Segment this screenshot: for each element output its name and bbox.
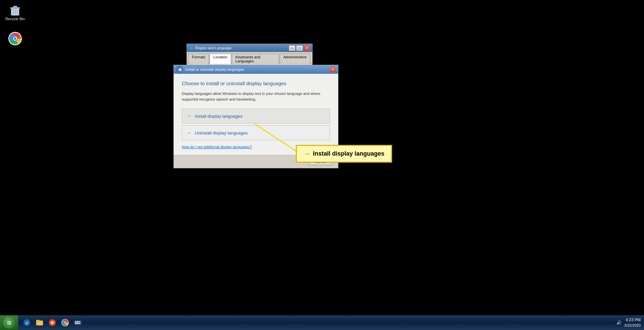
- start-orb: ⊞: [3, 317, 15, 329]
- ie-icon[interactable]: e: [21, 317, 33, 329]
- clock-date: 3/22/2020: [624, 323, 641, 328]
- taskbar-chrome-icon[interactable]: [59, 317, 71, 329]
- uninstall-arrow-icon: →: [186, 130, 192, 136]
- svg-rect-27: [75, 323, 80, 324]
- help-link[interactable]: How do I get additional display language…: [182, 145, 252, 149]
- svg-rect-25: [77, 321, 78, 322]
- install-languages-option[interactable]: → Install display languages: [182, 109, 330, 123]
- callout-text: Install display languages: [313, 150, 384, 157]
- volume-icon[interactable]: 🔊: [616, 320, 622, 325]
- recycle-bin-label: Recycle Bin: [5, 17, 25, 21]
- desktop: Recycle Bin Google Chrome 🌐 Region and L…: [0, 0, 644, 315]
- taskbar-icons: e: [19, 317, 85, 329]
- install-dialog-title: Install or uninstall display languages: [185, 67, 244, 71]
- region-dialog-tabs: Formats Location Keyboards and Languages…: [187, 52, 312, 64]
- install-dialog-body: Choose to install or uninstall display l…: [174, 74, 338, 155]
- file-explorer-icon[interactable]: [34, 317, 46, 329]
- close-button[interactable]: ✕: [304, 45, 310, 51]
- install-arrow-icon: →: [186, 113, 192, 119]
- tab-location[interactable]: Location: [210, 54, 231, 64]
- install-dialog-titlebar: ◀ Install or uninstall display languages…: [174, 65, 338, 74]
- install-dialog-controls: ✕: [329, 67, 336, 72]
- svg-rect-26: [78, 321, 79, 322]
- svg-rect-16: [36, 320, 40, 321]
- install-dialog-description: Display languages allow Windows to displ…: [182, 91, 330, 102]
- region-dialog-controls: ─ □ ✕: [289, 45, 310, 51]
- recycle-bin-icon[interactable]: Recycle Bin: [3, 3, 27, 21]
- svg-point-9: [14, 37, 16, 40]
- svg-rect-2: [13, 6, 17, 8]
- system-tray: 🔊: [616, 320, 622, 325]
- maximize-button[interactable]: □: [296, 45, 303, 51]
- clock: 4:23 PM 3/22/2020: [624, 317, 641, 328]
- callout-arrow-icon: →: [304, 150, 310, 158]
- svg-text:e: e: [25, 320, 28, 325]
- keyboard-icon[interactable]: [72, 317, 84, 329]
- svg-point-22: [64, 322, 66, 323]
- uninstall-languages-label: Uninstall display languages: [195, 130, 248, 135]
- uninstall-languages-option[interactable]: → Uninstall display languages: [182, 125, 330, 140]
- chrome-label: Google Chrome: [3, 45, 27, 57]
- back-button[interactable]: ◀: [176, 66, 183, 73]
- install-dialog-title-left: ◀ Install or uninstall display languages: [176, 66, 244, 73]
- install-dialog-heading: Choose to install or uninstall display l…: [182, 80, 330, 86]
- install-dialog-close[interactable]: ✕: [329, 67, 336, 72]
- clock-time: 4:23 PM: [624, 317, 641, 323]
- taskbar-right: 🔊 4:23 PM 3/22/2020: [616, 317, 644, 328]
- region-dialog-titlebar: 🌐 Region and Language ─ □ ✕: [187, 44, 312, 52]
- taskbar: ⊞ e: [0, 315, 644, 330]
- svg-text:🌐: 🌐: [190, 46, 194, 50]
- install-languages-label: Install display languages: [195, 114, 243, 119]
- start-button[interactable]: ⊞: [0, 315, 18, 330]
- tab-formats[interactable]: Formats: [188, 54, 209, 64]
- google-chrome-icon[interactable]: Google Chrome: [3, 32, 27, 57]
- region-dialog-title: 🌐 Region and Language: [189, 46, 231, 50]
- svg-rect-23: [74, 321, 81, 325]
- media-player-icon[interactable]: [46, 317, 58, 329]
- callout-box: → Install display languages: [296, 145, 392, 163]
- svg-rect-24: [75, 321, 76, 322]
- tab-administrative[interactable]: Administrative: [280, 54, 310, 64]
- tab-keyboards[interactable]: Keyboards and Languages: [232, 54, 279, 64]
- minimize-button[interactable]: ─: [289, 45, 296, 51]
